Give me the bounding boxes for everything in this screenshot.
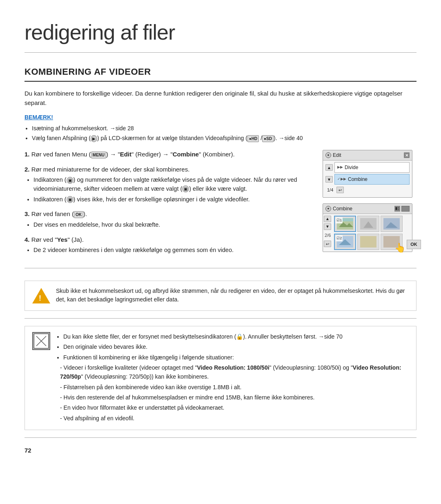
note-item-2: Vælg fanen Afspilning (▶) på LCD-skærmen… (32, 134, 416, 143)
page-number: 72 (24, 446, 416, 455)
combine-icon: ✓▶▶ (337, 176, 346, 182)
info-icon (32, 332, 50, 350)
combine-widget: ● Combine ▮▯ ▲ ▼ 2/6 ↩ (323, 203, 412, 252)
step-2-bullets: Indikatoren (▣) og nummeret for den valg… (33, 176, 313, 204)
edit-menu-close[interactable]: ✕ (404, 152, 410, 158)
edit-counter: 1/4 (325, 186, 335, 194)
info-bullets: Du kan ikke slette filer, der er forsyne… (63, 332, 409, 362)
divider-3 (24, 437, 416, 438)
thumb-3[interactable] (381, 216, 403, 232)
thumb-4[interactable]: ☑2 (334, 234, 356, 250)
info-dash-1: Videoer i forskellige kvaliteter (videoe… (60, 363, 409, 381)
step-2-num: 2. (24, 166, 30, 173)
step-4-bullet-1: De 2 videoer kombineres i den valgte ræk… (33, 246, 313, 255)
note-item-1: Isætning af hukommelseskort. →side 28 (32, 124, 416, 133)
step-4-num: 4. (24, 236, 30, 243)
edit-row-combine: ▼ ✓▶▶ Combine (325, 174, 410, 185)
info-bullet-2: Den originale video bevares ikke. (63, 342, 409, 351)
step-3-bullet-1: Der vises en meddelelse, hvor du skal be… (33, 221, 313, 230)
thumb-1-check: ☑1 (336, 217, 343, 224)
info-bullet-1: Du kan ikke slette filer, der er forsyne… (63, 332, 409, 341)
edit-row-bottom: 1/4 ↩ (325, 186, 410, 194)
combine-battery-icon: ▮▯ (394, 206, 400, 212)
thumb-2-image (360, 218, 376, 230)
info-box: Du kan ikke slette filer, der er forsyne… (24, 326, 416, 430)
info-bullet-3: Funktionen til kombinering er ikke tilgæ… (63, 353, 409, 362)
combine-widget-icon: ● (325, 206, 331, 212)
step-3: 3. Rør ved fanen (OK). Der vises en medd… (24, 210, 313, 229)
divider-2 (24, 318, 416, 319)
info-dash-3: Hvis den resterende del af hukommelsespl… (60, 393, 409, 402)
combine-back-btn[interactable]: ↩ (324, 241, 331, 247)
step-4-bullets: De 2 videoer kombineres i den valgte ræk… (33, 246, 313, 255)
step-1-num: 1. (24, 151, 30, 158)
divider-1 (24, 268, 416, 268)
thumb-6[interactable]: 👆 (381, 234, 403, 250)
combine-nav-left: ▲ ▼ 2/6 ↩ (323, 214, 332, 252)
thumb-row-2: ☑2 (332, 233, 404, 252)
thumb-5-image (360, 236, 376, 248)
page-title: redigering af filer (24, 16, 416, 53)
edit-menu-header: ● Edit ✕ (323, 150, 412, 161)
edit-menu-icon: ● (325, 152, 331, 158)
warning-box: Skub ikke et hukommelseskort ud, og afbr… (24, 281, 416, 311)
combine-widget-header: ● Combine ▮▯ (323, 204, 412, 214)
note-label: BEMÆRK! (24, 113, 416, 122)
info-dash-list: Videoer i forskellige kvaliteter (videoe… (60, 363, 409, 423)
edit-menu-title-area: ● Edit (325, 152, 341, 159)
combine-up-arrow[interactable]: ▲ (324, 216, 331, 222)
warning-icon (32, 287, 50, 305)
thumb-1[interactable]: ☑1 (334, 216, 356, 232)
combine-widget-title: Combine (333, 205, 352, 212)
thumb-5[interactable] (357, 234, 379, 250)
divide-label: Divide (345, 164, 358, 171)
touch-hand-icon: 👆 (394, 241, 405, 254)
step-3-num: 3. (24, 210, 30, 217)
content-area: 1. Rør ved fanen Menu (MENU) → "Edit" (R… (24, 150, 416, 261)
edit-row-up: ▲ ▶▶ Divide (325, 162, 410, 173)
combine-label: Combine (348, 176, 368, 183)
step-1: 1. Rør ved fanen Menu (MENU) → "Edit" (R… (24, 150, 313, 159)
step-2-bullet-2: Indikatoren (▣) vises ikke, hvis der er … (33, 195, 313, 204)
steps-column: 1. Rør ved fanen Menu (MENU) → "Edit" (R… (24, 150, 313, 261)
combine-widget-title-area: ● Combine (325, 205, 352, 212)
info-icon-svg (33, 333, 49, 349)
info-dash-5: Ved afspilning af en videofil. (60, 414, 409, 423)
combine-counter: 2/6 (324, 231, 332, 240)
edit-down-arrow[interactable]: ▼ (325, 176, 333, 183)
svg-rect-9 (360, 236, 376, 248)
widgets-column: ● Edit ✕ ▲ ▶▶ Divide ▼ ✓▶▶ Comb (323, 150, 416, 252)
edit-menu-body: ▲ ▶▶ Divide ▼ ✓▶▶ Combine 1/4 ↩ (323, 161, 412, 197)
edit-divide-item[interactable]: ▶▶ Divide (334, 162, 410, 173)
info-dash-4: En video hvor filformatet ikke er unders… (60, 403, 409, 412)
thumb-row-1: ☑1 (332, 214, 404, 233)
divide-icon: ▶▶ (337, 165, 343, 170)
info-text: Du kan ikke slette filer, der er forsyne… (56, 332, 409, 424)
intro-text: Du kan kombinere to forskellige videoer.… (24, 89, 416, 107)
combine-ok-area: OK (404, 214, 423, 252)
warning-text: Skub ikke et hukommelseskort ud, og afbr… (56, 287, 409, 304)
thumb-3-image (383, 218, 400, 230)
section-title: KOMBINERING AF VIDEOER (24, 65, 416, 82)
combine-down-arrow[interactable]: ▼ (324, 223, 331, 230)
step-2-bullet-1: Indikatoren (▣) og nummeret for den valg… (33, 176, 313, 194)
edit-up-arrow[interactable]: ▲ (325, 164, 333, 171)
warning-triangle (32, 288, 50, 303)
step-4: 4. Rør ved "Yes" (Ja). De 2 videoer komb… (24, 235, 313, 255)
thumb-2[interactable] (357, 216, 379, 232)
thumb-4-check: ☑2 (336, 235, 343, 242)
step-3-bullets: Der vises en meddelelse, hvor du skal be… (33, 221, 313, 230)
info-dash-2: Filstørrelsen på den kombinerede video k… (60, 383, 409, 392)
edit-menu-widget: ● Edit ✕ ▲ ▶▶ Divide ▼ ✓▶▶ Comb (323, 150, 412, 198)
step-2: 2. Rør med miniaturerne for de videoer, … (24, 165, 313, 204)
combine-widget-controls: ▮▯ (394, 206, 410, 212)
combine-widget-body: ▲ ▼ 2/6 ↩ ☑1 (323, 214, 412, 252)
edit-combine-item[interactable]: ✓▶▶ Combine (334, 174, 410, 185)
combine-memory-icon (401, 206, 410, 212)
edit-back-btn[interactable]: ↩ (336, 187, 344, 193)
note-bullets: Isætning af hukommelseskort. →side 28 Væ… (32, 124, 416, 143)
edit-menu-title: Edit (333, 152, 341, 159)
combine-thumbnails-grid: ☑1 (332, 214, 404, 252)
combine-ok-btn[interactable]: OK (407, 240, 421, 249)
